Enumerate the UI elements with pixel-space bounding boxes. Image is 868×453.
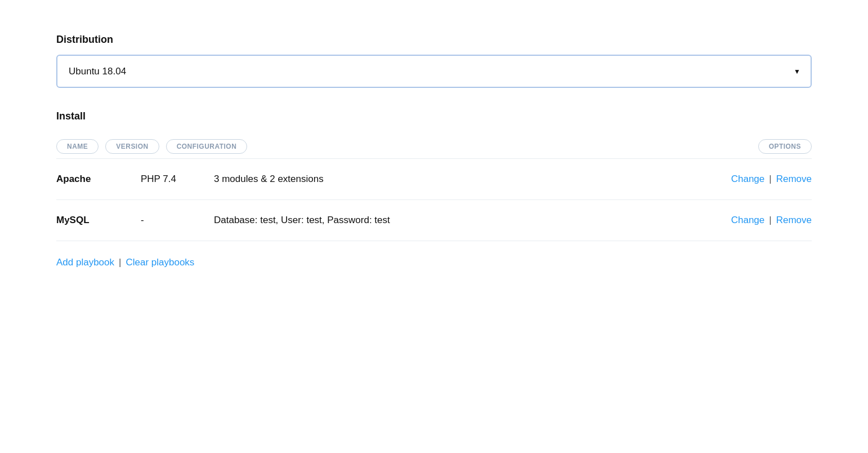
clear-playbooks-link[interactable]: Clear playbooks (126, 257, 194, 268)
row-mysql-version: - (141, 215, 214, 226)
distribution-select[interactable]: Ubuntu 18.04 Ubuntu 20.04 Ubuntu 22.04 D… (56, 55, 812, 88)
row-mysql-actions: Change | Remove (731, 215, 812, 226)
row-apache-actions: Change | Remove (731, 174, 812, 185)
table-row: Apache PHP 7.4 3 modules & 2 extensions … (56, 159, 812, 200)
add-playbook-link[interactable]: Add playbook (56, 257, 114, 268)
apache-change-link[interactable]: Change (731, 174, 765, 185)
row-apache-name: Apache (56, 174, 141, 185)
install-section: Install NAME VERSION CONFIGURATION OPTIO… (56, 110, 812, 268)
distribution-section: Distribution Ubuntu 18.04 Ubuntu 20.04 U… (56, 34, 812, 88)
col-header-name: NAME (56, 139, 99, 154)
distribution-label: Distribution (56, 34, 812, 46)
table-row: MySQL - Database: test, User: test, Pass… (56, 200, 812, 241)
playbook-actions: Add playbook | Clear playbooks (56, 257, 812, 268)
row-apache-version: PHP 7.4 (141, 174, 214, 185)
mysql-action-separator: | (769, 215, 771, 226)
apache-remove-link[interactable]: Remove (776, 174, 812, 185)
distribution-select-wrapper: Ubuntu 18.04 Ubuntu 20.04 Ubuntu 22.04 D… (56, 55, 812, 88)
row-mysql-name: MySQL (56, 215, 141, 226)
col-header-options: OPTIONS (758, 139, 812, 154)
mysql-change-link[interactable]: Change (731, 215, 765, 226)
apache-action-separator: | (769, 174, 771, 185)
col-header-version: VERSION (105, 139, 159, 154)
table-header: NAME VERSION CONFIGURATION OPTIONS (56, 139, 812, 154)
install-label: Install (56, 110, 812, 122)
playbook-separator: | (119, 257, 121, 268)
row-apache-configuration: 3 modules & 2 extensions (214, 174, 731, 185)
row-mysql-configuration: Database: test, User: test, Password: te… (214, 215, 731, 226)
col-header-configuration: CONFIGURATION (166, 139, 248, 154)
mysql-remove-link[interactable]: Remove (776, 215, 812, 226)
